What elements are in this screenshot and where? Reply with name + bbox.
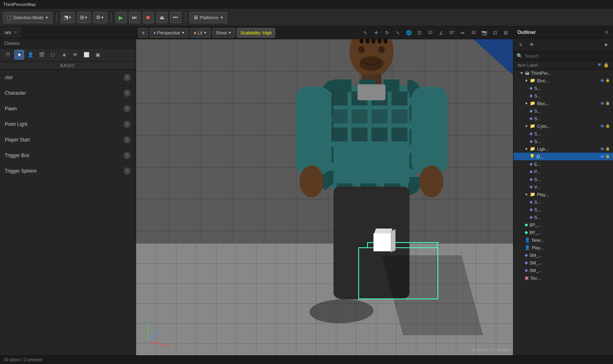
- camera-icon[interactable]: 📷: [479, 28, 489, 38]
- cinematic-icon-btn[interactable]: 🎬: [37, 50, 46, 60]
- tree-item[interactable]: ◈ S...: [513, 130, 613, 137]
- angle-size[interactable]: 10°: [447, 28, 457, 38]
- tree-item[interactable]: ◈ S...: [513, 84, 613, 92]
- info-icon[interactable]: ?: [124, 90, 131, 97]
- list-item[interactable]: Trigger Box ?: [0, 148, 136, 163]
- tree-item[interactable]: ◈ S...: [513, 175, 613, 183]
- cube-icon-btn[interactable]: ▣: [93, 50, 102, 60]
- outliner-filter-btn[interactable]: ≡: [516, 40, 525, 50]
- tree-item[interactable]: ◈ SM_...: [513, 251, 613, 259]
- play-button[interactable]: ▶: [116, 12, 127, 23]
- tree-item[interactable]: ▼ 📁 Ligh... 👁 🔒: [513, 145, 613, 153]
- scalability-badge[interactable]: Scalability: High: [237, 28, 275, 38]
- maximize-icon[interactable]: ⊡: [490, 28, 500, 38]
- list-item[interactable]: ctor ?: [0, 70, 136, 86]
- sep3: [185, 13, 186, 22]
- eye-icon[interactable]: 👁: [600, 147, 605, 151]
- tree-item[interactable]: ◆ BP_...: [513, 221, 613, 229]
- world-icon[interactable]: 🌐: [404, 28, 413, 38]
- lit-button[interactable]: ● Lit ▼: [190, 28, 210, 38]
- snap-icon[interactable]: ⊡: [415, 28, 424, 38]
- tree-item[interactable]: ▼ 📁 Play...: [513, 191, 613, 198]
- platforms-button[interactable]: 🖥 Platforms ▼: [190, 12, 227, 23]
- tree-item[interactable]: ◈ S...: [513, 198, 613, 206]
- all-classes-icon-btn[interactable]: ★: [14, 50, 24, 60]
- list-item[interactable]: Pawn ?: [0, 101, 136, 117]
- more-button[interactable]: •••: [170, 12, 181, 23]
- perspective-button[interactable]: ● Perspective ▼: [150, 28, 188, 38]
- tree-item[interactable]: ◈ S...: [513, 115, 613, 122]
- info-icon[interactable]: ?: [124, 167, 131, 175]
- tree-item[interactable]: 👤 Play...: [513, 244, 613, 251]
- tree-item[interactable]: ◈ S...: [513, 107, 613, 115]
- lock-icon[interactable]: 🔒: [605, 124, 610, 129]
- meshes-icon-btn[interactable]: ⬜: [82, 50, 91, 60]
- lock-icon[interactable]: 🔒: [605, 101, 610, 106]
- actors-tab-close[interactable]: ✕: [14, 30, 17, 34]
- tree-item[interactable]: ◈ SM_...: [513, 267, 613, 274]
- tree-item[interactable]: ▼ 📁 Bloc... 👁 🔒: [513, 99, 613, 107]
- tree-item[interactable]: ◈ S...: [513, 206, 613, 213]
- tree-item[interactable]: ◈ SM_...: [513, 259, 613, 267]
- tree-item[interactable]: ◈ S...: [513, 92, 613, 99]
- stop-button[interactable]: ⏹: [143, 12, 154, 23]
- list-item[interactable]: Point Light ?: [0, 117, 136, 132]
- info-icon[interactable]: ?: [124, 136, 131, 143]
- tree-item[interactable]: ◈ S...: [513, 213, 613, 221]
- tree-item[interactable]: ▼ 📁 Cylin... 👁 🔒: [513, 122, 613, 130]
- transform-btn-3[interactable]: ⚙ ▼: [93, 12, 107, 23]
- recent-icon-btn[interactable]: ⏱: [3, 50, 13, 60]
- translate-tool[interactable]: ✛: [371, 28, 381, 38]
- step-button[interactable]: ⏭: [129, 12, 140, 23]
- eject-button[interactable]: ⏏: [156, 12, 168, 23]
- cursor-tool[interactable]: ↖: [361, 28, 370, 38]
- transform-btn-2[interactable]: ⊞ ▼: [77, 12, 91, 23]
- lock-icon[interactable]: 🔒: [605, 154, 610, 159]
- tree-item[interactable]: ◈ P...: [513, 168, 613, 175]
- visible-icon-btn[interactable]: 👁: [70, 50, 80, 60]
- info-icon[interactable]: ?: [124, 152, 131, 159]
- shapes-icon-btn[interactable]: ◈: [59, 50, 69, 60]
- hamburger-menu[interactable]: ≡: [138, 28, 148, 38]
- tree-item[interactable]: ▼ 🏔 ThirdPer...: [513, 70, 613, 77]
- tree-item-selected[interactable]: 💡 D... 👁 🔒: [513, 153, 613, 160]
- eye-icon[interactable]: 👁: [600, 154, 605, 159]
- angle-icon[interactable]: ∠: [436, 28, 446, 38]
- show-button[interactable]: Show ▼: [212, 28, 235, 38]
- info-icon[interactable]: ?: [124, 74, 131, 81]
- outliner-vis-btn[interactable]: 👁: [527, 40, 537, 50]
- selection-mode-button[interactable]: ⬚ Selection Mode ▼: [3, 12, 52, 23]
- scale-tool[interactable]: ⤡: [393, 28, 403, 38]
- list-item[interactable]: Player Start ?: [0, 132, 136, 148]
- viewport-canvas[interactable]: X Y Z 43 actors / 3 selected: [136, 39, 513, 355]
- outliner-search-input[interactable]: [525, 54, 610, 58]
- actors-icon-btn[interactable]: 👤: [26, 50, 35, 60]
- scale-icon[interactable]: ⇔: [458, 28, 467, 38]
- list-item[interactable]: Character ?: [0, 86, 136, 101]
- lock-icon[interactable]: 🔒: [605, 147, 610, 151]
- tree-item[interactable]: ▣ Tex...: [513, 274, 613, 282]
- outliner-close-button[interactable]: ✕: [604, 29, 609, 36]
- eye-icon[interactable]: 👁: [600, 124, 605, 129]
- info-icon[interactable]: ?: [124, 121, 131, 128]
- scale-size[interactable]: 10: [469, 28, 478, 38]
- rotate-tool[interactable]: ↻: [382, 28, 392, 38]
- tree-item[interactable]: ◈ E...: [513, 160, 613, 168]
- layout-icon[interactable]: ⊞: [501, 28, 511, 38]
- outliner-lock-btn[interactable]: ★: [601, 40, 611, 50]
- geometry-icon-btn[interactable]: ⬡: [48, 50, 58, 60]
- tree-item[interactable]: ▼ 📁 Bloc... 👁 🔒: [513, 77, 613, 84]
- list-item[interactable]: Trigger Sphere ?: [0, 163, 136, 179]
- tree-item[interactable]: 👤 New...: [513, 236, 613, 244]
- grid-size[interactable]: 10: [425, 28, 435, 38]
- tree-item[interactable]: ◈ S...: [513, 137, 613, 145]
- viewport-info: 43 actors / 3 selected: [471, 348, 509, 352]
- eye-icon[interactable]: 👁: [600, 78, 605, 83]
- transform-btn-1[interactable]: ⬔ ▼: [61, 12, 75, 23]
- tree-item[interactable]: ◆ BP_...: [513, 229, 613, 236]
- lock-icon[interactable]: 🔒: [605, 78, 610, 83]
- eye-icon[interactable]: 👁: [600, 101, 605, 106]
- actors-tab[interactable]: ors ✕: [0, 26, 22, 38]
- info-icon[interactable]: ?: [124, 105, 131, 112]
- tree-item[interactable]: ◈ V...: [513, 183, 613, 191]
